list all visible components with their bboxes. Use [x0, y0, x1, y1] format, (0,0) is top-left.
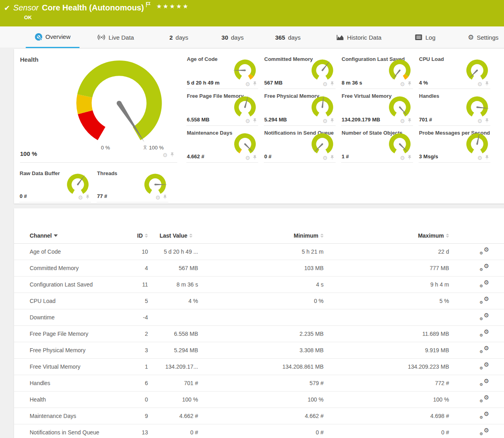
gear-icon[interactable]: ⚙ — [400, 81, 405, 87]
cell-channel: Age of Code — [30, 248, 134, 255]
channel-settings-gears-icon[interactable]: ⚙⚙ — [480, 363, 489, 370]
tab-2-days[interactable]: 2days — [160, 26, 197, 48]
table-row[interactable]: Notifications in Send Queue130 #0 #0 #⚙⚙ — [14, 424, 504, 438]
flag-icon[interactable] — [146, 2, 151, 9]
sort-icon — [446, 234, 449, 238]
table-row[interactable]: Handles6701 #579 #772 #⚙⚙ — [14, 375, 504, 392]
table-row[interactable]: Downtime-4⚙⚙ — [14, 309, 504, 326]
pin-icon[interactable] — [252, 117, 257, 125]
table-row[interactable]: Maintenance Days94.662 #4.662 #4.698 #⚙⚙ — [14, 408, 504, 424]
gear-icon[interactable]: ⚙ — [162, 152, 168, 158]
tab-365-days[interactable]: 365days — [266, 26, 310, 48]
star-rating[interactable]: ★★★★★ — [156, 3, 189, 10]
cell-channel: Downtime — [30, 314, 134, 321]
pin-icon[interactable] — [330, 117, 335, 125]
gauge-panel-title: Committed Memory — [264, 56, 313, 62]
gear-icon[interactable]: ⚙ — [322, 81, 328, 87]
gauge-panel: Committed Memory567 MB⚙ — [264, 54, 341, 91]
cell-last-value: 100 % — [148, 396, 198, 403]
tab-settings[interactable]: ⚙Settings — [459, 26, 504, 48]
channel-settings-gears-icon[interactable]: ⚙⚙ — [480, 379, 489, 386]
pin-icon[interactable] — [170, 151, 175, 159]
table-row[interactable]: Configuration Last Saved118 m 36 s4 s9 h… — [14, 277, 504, 293]
pin-icon[interactable] — [484, 81, 490, 88]
column-header-id[interactable]: ID — [134, 232, 148, 239]
channel-settings-gears-icon[interactable]: ⚙⚙ — [480, 346, 489, 353]
table-row[interactable]: Free Page File Memory26.558 MB2.235 MB11… — [14, 326, 504, 342]
channel-settings-gears-icon[interactable]: ⚙⚙ — [480, 330, 489, 337]
pin-icon[interactable] — [407, 81, 412, 88]
cell-maximum: 134.209.223 MB — [324, 363, 449, 370]
table-row[interactable]: Free Physical Memory35.294 MB3.308 MB9.9… — [14, 342, 504, 359]
pin-icon[interactable] — [330, 154, 335, 161]
channel-settings-gears-icon[interactable]: ⚙⚙ — [480, 396, 489, 403]
channel-settings-gears-icon[interactable]: ⚙⚙ — [480, 281, 489, 288]
pin-icon[interactable] — [484, 154, 490, 161]
gear-icon[interactable]: ⚙ — [245, 81, 250, 87]
channel-settings-gears-icon[interactable]: ⚙⚙ — [480, 313, 489, 321]
cell-id: 3 — [134, 347, 148, 353]
column-header-maximum[interactable]: Maximum — [324, 232, 449, 239]
pin-icon[interactable] — [407, 117, 412, 125]
gauge-icon — [34, 33, 43, 41]
sort-icon — [145, 234, 148, 238]
gear-icon[interactable]: ⚙ — [400, 118, 405, 124]
channel-settings-gears-icon[interactable]: ⚙⚙ — [480, 412, 489, 419]
channel-settings-gears-icon[interactable]: ⚙⚙ — [480, 297, 489, 304]
tab-label: days — [288, 34, 301, 41]
column-header-channel[interactable]: Channel — [30, 232, 58, 239]
gear-icon[interactable]: ⚙ — [245, 155, 250, 161]
channel-settings-gears-icon[interactable]: ⚙⚙ — [480, 428, 489, 436]
cell-id: 13 — [134, 429, 148, 436]
tab-overview[interactable]: Overview — [26, 26, 79, 48]
gauge-panel-title: Handles — [419, 93, 439, 99]
table-row[interactable]: Age of Code105 d 20 h 49 ...5 h 21 m22 d… — [14, 244, 504, 260]
cell-channel: Committed Memory — [30, 265, 134, 271]
gear-icon[interactable]: ⚙ — [155, 195, 160, 200]
gear-icon[interactable]: ⚙ — [78, 195, 83, 200]
pin-icon[interactable] — [252, 81, 257, 88]
cell-channel: Configuration Last Saved — [30, 281, 134, 288]
gauge-panel-value: 0 # — [20, 193, 27, 199]
cell-minimum: 0 % — [198, 298, 324, 304]
gear-icon[interactable]: ⚙ — [322, 155, 328, 161]
cell-maximum: 4.698 # — [324, 413, 449, 419]
pin-icon[interactable] — [162, 194, 168, 201]
pin-icon[interactable] — [252, 154, 257, 161]
cell-id: 6 — [134, 380, 148, 386]
cell-minimum: 4 s — [198, 281, 324, 288]
pin-icon[interactable] — [407, 154, 412, 161]
tab-30-days[interactable]: 30days — [213, 26, 252, 48]
gear-icon[interactable]: ⚙ — [400, 155, 405, 161]
cell-id: 5 — [134, 298, 148, 304]
column-header-last-value[interactable]: Last Value — [160, 232, 192, 239]
gear-icon[interactable]: ⚙ — [245, 118, 250, 124]
table-row[interactable]: Free Virtual Memory1134.209.17...134.208… — [14, 359, 504, 375]
gauge-min-label: 0 % — [91, 145, 119, 151]
sort-icon — [189, 234, 192, 238]
column-header-minimum[interactable]: Minimum — [198, 232, 324, 239]
sensor-header: ✔ Sensor Core Health (Autonomous) ★★★★★ … — [0, 0, 504, 26]
cell-id: 11 — [134, 281, 148, 288]
cell-maximum: 11.689 MB — [324, 331, 449, 337]
channel-settings-gears-icon[interactable]: ⚙⚙ — [480, 248, 489, 255]
gear-icon[interactable]: ⚙ — [477, 155, 482, 161]
gauge-panel: Configuration Last Saved8 m 36 s⚙ — [341, 54, 419, 91]
channel-settings-gears-icon[interactable]: ⚙⚙ — [480, 264, 489, 271]
pin-icon[interactable] — [484, 117, 490, 125]
sensor-status-badge: OK — [24, 14, 32, 20]
log-icon — [415, 34, 423, 41]
tab-log[interactable]: Log — [406, 26, 444, 48]
pin-icon[interactable] — [330, 81, 335, 88]
tab-historic-data[interactable]: Historic Data — [328, 26, 391, 48]
table-row[interactable]: Health0100 %100 %100 %⚙⚙ — [14, 392, 504, 408]
cell-last-value: 567 MB — [148, 265, 198, 271]
table-row[interactable]: Committed Memory4567 MB103 MB777 MB⚙⚙ — [14, 260, 504, 277]
gauge-max-label: 100 % — [140, 145, 172, 151]
gear-icon[interactable]: ⚙ — [477, 81, 482, 87]
table-row[interactable]: CPU Load54 %0 %5 %⚙⚙ — [14, 293, 504, 309]
gear-icon[interactable]: ⚙ — [477, 118, 482, 124]
tab-live-data[interactable]: Live Data — [88, 26, 143, 48]
pin-icon[interactable] — [85, 194, 90, 201]
gear-icon[interactable]: ⚙ — [322, 118, 328, 124]
